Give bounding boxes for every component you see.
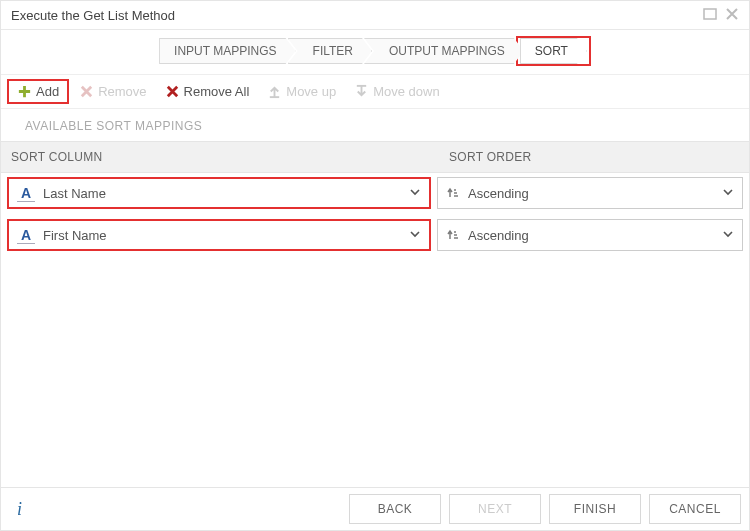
- svg-rect-1: [270, 96, 279, 98]
- footer: i BACK NEXT FINISH CANCEL: [1, 487, 749, 530]
- close-icon[interactable]: [725, 7, 739, 23]
- sort-column-value: First Name: [43, 228, 107, 243]
- text-field-icon: A: [17, 226, 35, 244]
- finish-button[interactable]: FINISH: [549, 494, 641, 524]
- step-sort[interactable]: SORT: [520, 38, 587, 64]
- step-input-mappings[interactable]: INPUT MAPPINGS: [159, 38, 295, 64]
- text-field-icon: A: [17, 184, 35, 202]
- toolbar: Add Remove Remove All Move up Move down: [1, 75, 749, 109]
- table-row: A First Name Ascending: [7, 219, 743, 251]
- window-title: Execute the Get List Method: [11, 8, 175, 23]
- header-sort-order: SORT ORDER: [439, 142, 749, 172]
- sort-order-value: Ascending: [468, 228, 529, 243]
- sort-column-value: Last Name: [43, 186, 106, 201]
- table-row: A Last Name Ascending: [7, 177, 743, 209]
- sort-column-dropdown[interactable]: A First Name: [7, 219, 431, 251]
- column-headers: SORT COLUMN SORT ORDER: [1, 141, 749, 173]
- svg-rect-0: [704, 9, 716, 19]
- back-button[interactable]: BACK: [349, 494, 441, 524]
- next-button: NEXT: [449, 494, 541, 524]
- steps-bar: INPUT MAPPINGS FILTER OUTPUT MAPPINGS SO…: [1, 30, 749, 75]
- sort-asc-icon: [446, 186, 460, 200]
- remove-all-button[interactable]: Remove All: [157, 81, 258, 102]
- svg-rect-2: [357, 85, 366, 87]
- titlebar: Execute the Get List Method: [1, 1, 749, 30]
- step-output-mappings[interactable]: OUTPUT MAPPINGS: [364, 38, 524, 64]
- maximize-icon[interactable]: [703, 7, 717, 23]
- plus-icon: [17, 84, 32, 99]
- window-controls: [703, 7, 739, 23]
- info-icon[interactable]: i: [9, 499, 30, 520]
- chevron-down-icon: [722, 186, 734, 201]
- move-down-button: Move down: [346, 81, 447, 102]
- header-sort-column: SORT COLUMN: [1, 142, 439, 172]
- arrow-up-icon: [267, 84, 282, 99]
- remove-button: Remove: [71, 81, 154, 102]
- step-sort-highlight: SORT: [516, 36, 591, 66]
- section-title: AVAILABLE SORT MAPPINGS: [1, 109, 749, 141]
- x-icon: [79, 84, 94, 99]
- sort-column-dropdown[interactable]: A Last Name: [7, 177, 431, 209]
- cancel-button[interactable]: CANCEL: [649, 494, 741, 524]
- chevron-down-icon: [409, 186, 421, 201]
- arrow-down-icon: [354, 84, 369, 99]
- sort-rows: A Last Name Ascending A First Name: [1, 173, 749, 261]
- sort-asc-icon: [446, 228, 460, 242]
- chevron-down-icon: [409, 228, 421, 243]
- chevron-down-icon: [722, 228, 734, 243]
- sort-order-value: Ascending: [468, 186, 529, 201]
- sort-order-dropdown[interactable]: Ascending: [437, 177, 743, 209]
- move-up-button: Move up: [259, 81, 344, 102]
- step-filter[interactable]: FILTER: [288, 38, 372, 64]
- x-icon: [165, 84, 180, 99]
- sort-order-dropdown[interactable]: Ascending: [437, 219, 743, 251]
- add-button[interactable]: Add: [7, 79, 69, 104]
